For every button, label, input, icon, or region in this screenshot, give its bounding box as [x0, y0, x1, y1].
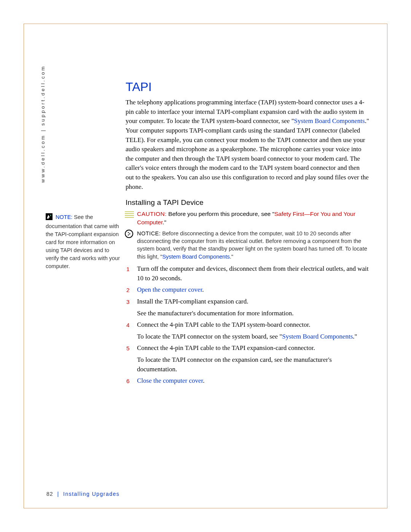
- notice-label: NOTICE:: [137, 230, 161, 236]
- step-subtext: To locate the TAPI connector on the syst…: [137, 332, 369, 342]
- step-1: 1 Turn off the computer and devices, dis…: [137, 264, 369, 283]
- step-6: 6 Close the computer cover.: [137, 376, 369, 386]
- step-number: 1: [126, 265, 129, 273]
- notice-block: NOTICE: Before disconnecting a device fr…: [137, 230, 369, 260]
- link-system-board-components-2[interactable]: System Board Components: [162, 254, 229, 260]
- step-tail: .: [202, 286, 204, 293]
- caution-text-1: Before you perform this procedure, see ": [167, 211, 274, 217]
- page-number: 82: [46, 491, 53, 497]
- step-text: Turn off the computer and devices, disco…: [137, 265, 369, 282]
- vertical-url: www.dell.com | support.dell.com: [40, 65, 46, 183]
- step-4: 4 Connect the 4-pin TAPI cable to the TA…: [137, 320, 369, 341]
- link-system-board-components[interactable]: System Board Components: [294, 117, 365, 125]
- note-icon: [46, 213, 53, 222]
- step-2: 2 Open the computer cover.: [137, 285, 369, 295]
- step-number: 6: [126, 377, 129, 385]
- footer-section: Installing Upgrades: [63, 491, 119, 497]
- svg-rect-6: [128, 233, 129, 235]
- page-footer: 82 | Installing Upgrades: [46, 491, 119, 497]
- step-number: 4: [126, 321, 129, 329]
- step-3: 3 Install the TAPI-compliant expansion c…: [137, 297, 369, 318]
- main-content: TAPI The telephony applications programm…: [126, 80, 369, 388]
- caution-label: CAUTION:: [137, 211, 167, 217]
- link-system-board-components-3[interactable]: System Board Components: [282, 333, 353, 340]
- note-label: NOTE:: [56, 214, 72, 220]
- intro-paragraph: The telephony applications programming i…: [126, 98, 369, 192]
- subheading-installing: Installing a TAPI Device: [126, 198, 369, 207]
- step-number: 3: [126, 298, 129, 306]
- caution-text-2: .": [162, 219, 166, 225]
- step-sub-post: .": [353, 333, 357, 340]
- step-text: Install the TAPI-compliant expansion car…: [137, 298, 248, 305]
- notice-text-2: .": [230, 254, 233, 260]
- caution-block: CAUTION: Before you perform this procedu…: [137, 210, 369, 226]
- link-close-cover[interactable]: Close the computer cover: [137, 377, 203, 384]
- link-open-cover[interactable]: Open the computer cover: [137, 286, 202, 293]
- step-number: 5: [126, 344, 129, 353]
- step-5: 5 Connect the 4-pin TAPI cable to the TA…: [137, 343, 369, 374]
- step-number: 2: [126, 286, 129, 294]
- step-subtext: To locate the TAPI connector on the expa…: [137, 355, 369, 374]
- steps-list: 1 Turn off the computer and devices, dis…: [137, 264, 369, 386]
- step-text: Connect the 4-pin TAPI cable to the TAPI…: [137, 321, 311, 328]
- step-tail: .: [203, 377, 204, 384]
- caution-icon: [125, 211, 134, 220]
- step-text: Connect the 4-pin TAPI cable to the TAPI…: [137, 344, 315, 351]
- step-sub-pre: To locate the TAPI connector on the syst…: [137, 333, 282, 340]
- page-title: TAPI: [126, 80, 369, 94]
- footer-separator: |: [57, 491, 59, 497]
- note-body: See the documentation that came with the…: [46, 214, 120, 269]
- notice-icon: [125, 230, 133, 240]
- side-note: NOTE: See the documentation that came wi…: [46, 213, 120, 270]
- intro-text-2: ." Your computer supports TAPI-compliant…: [126, 117, 369, 190]
- step-subtext: See the manufacturer's documentation for…: [137, 309, 369, 318]
